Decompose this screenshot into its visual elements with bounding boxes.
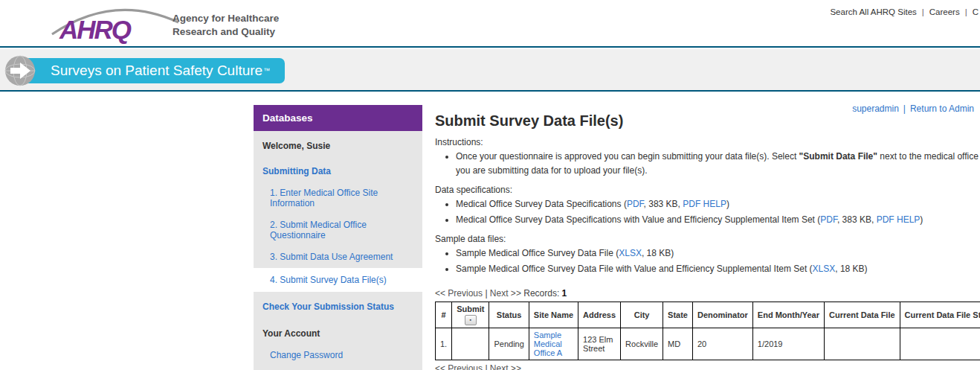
sops-banner: Surveys on Patient Safety Culture™ <box>22 58 285 83</box>
sidebar-item-submit-questionnaire[interactable]: 2. Submit Medical Office Questionnaire <box>254 214 422 246</box>
column-header-status: Status <box>489 302 529 328</box>
sample-data-files-list: Sample Medical Office Survey Data File (… <box>435 246 980 275</box>
main-content: Submit Survey Data File(s) Instructions:… <box>435 101 980 370</box>
sidebar: Databases Welcome, Susie Submitting Data… <box>254 105 422 370</box>
sidebar-item-submitting-data[interactable]: Submitting Data <box>254 161 422 182</box>
pagination-separator: | <box>485 288 487 299</box>
pagination-top: << Previous | Next >> Records: 1 <box>435 288 980 299</box>
instructions-item: Once your questionnaire is approved you … <box>456 150 980 177</box>
logo-text: AHRQ <box>59 15 130 45</box>
pagination-bottom: << Previous | Next >> <box>435 363 980 370</box>
cell-number: 1. <box>436 328 452 360</box>
previous-link[interactable]: << Previous <box>435 288 483 299</box>
submit-data-file-emphasis: "Submit Data File" <box>799 151 877 162</box>
cell-city: Rockville <box>621 328 663 360</box>
utility-links: Search All AHRQ Sites|Careers|C <box>830 7 979 16</box>
top-header: AHRQ Agency for Healthcare Research and … <box>0 0 980 48</box>
cell-current-data-file-status <box>900 328 980 360</box>
sidebar-item-submit-data-use-agreement[interactable]: 3. Submit Data Use Agreement <box>254 246 422 267</box>
cell-denominator: 20 <box>693 328 753 360</box>
cell-current-data-file <box>824 328 900 360</box>
pdf-help-link[interactable]: PDF HELP <box>877 214 921 225</box>
site-name-link[interactable]: Sample Medical Office A <box>534 331 562 357</box>
pagination-separator: | <box>485 363 487 370</box>
sort-icon: ▪ <box>470 317 471 322</box>
column-header-current-data-file-status: Current Data File Status <box>900 302 980 328</box>
next-link[interactable]: Next >> <box>490 363 521 370</box>
careers-link[interactable]: Careers <box>929 7 960 16</box>
sidebar-heading-your-account: Your Account <box>254 323 422 344</box>
table-row: 1. Pending Sample Medical Office A 123 E… <box>436 328 980 360</box>
agency-name-line2: Research and Quality <box>173 25 279 39</box>
xlsx-link[interactable]: XLSX <box>619 248 642 258</box>
column-header-submit: Submit ▪ <box>452 302 489 328</box>
utility-separator: | <box>922 7 924 16</box>
sidebar-item-check-submission-status[interactable]: Check Your Submission Status <box>254 296 422 317</box>
agency-name-line1: Agency for Healthcare <box>173 12 279 25</box>
records-count: 1 <box>562 288 567 299</box>
instructions-list: Once your questionnaire is approved you … <box>435 150 980 177</box>
pdf-link[interactable]: PDF <box>627 199 644 209</box>
data-spec-item: Medical Office Survey Data Specification… <box>456 197 980 211</box>
data-specifications-label: Data specifications: <box>435 185 980 195</box>
column-header-address: Address <box>578 302 621 328</box>
data-spec-item: Medical Office Survey Data Specification… <box>456 213 980 227</box>
data-specifications-list: Medical Office Survey Data Specification… <box>435 197 980 226</box>
page: AHRQ Agency for Healthcare Research and … <box>0 0 980 370</box>
sample-file-item: Sample Medical Office Survey Data File w… <box>456 262 980 276</box>
previous-link[interactable]: << Previous <box>435 363 483 370</box>
sidebar-item-enter-site-information[interactable]: 1. Enter Medical Office Site Information <box>254 182 422 214</box>
sidebar-item-submit-survey-data-files[interactable]: 4. Submit Survey Data File(s) <box>254 268 422 292</box>
pdf-help-link[interactable]: PDF HELP <box>683 199 726 209</box>
utility-separator: | <box>965 7 967 16</box>
pdf-link[interactable]: PDF <box>820 214 837 225</box>
column-header-site-name: Site Name <box>529 302 578 328</box>
cell-end-month-year: 1/2019 <box>752 328 824 360</box>
survey-data-table: # Submit ▪ Status Site Name Address City… <box>435 302 980 360</box>
cell-site-name: Sample Medical Office A <box>529 328 578 360</box>
page-title: Submit Survey Data File(s) <box>435 112 980 130</box>
column-header-end-month-year: End Month/Year <box>752 302 824 328</box>
column-header-city: City <box>621 302 663 328</box>
sample-data-files-label: Sample data files: <box>435 234 980 244</box>
sidebar-header-databases: Databases <box>254 105 422 131</box>
instructions-label: Instructions: <box>435 137 980 147</box>
utility-link-truncated[interactable]: C <box>973 7 979 16</box>
cell-submit <box>452 328 489 360</box>
cell-address: 123 Elm Street <box>578 328 621 360</box>
sample-file-item: Sample Medical Office Survey Data File (… <box>456 246 980 261</box>
banner-trademark: ™ <box>263 67 270 74</box>
ahrq-logo[interactable]: AHRQ <box>54 1 180 46</box>
globe-arrow-icon <box>4 55 36 86</box>
column-header-number: # <box>436 302 452 328</box>
banner-title: Surveys on Patient Safety Culture <box>51 63 262 79</box>
search-all-ahrq-sites-link[interactable]: Search All AHRQ Sites <box>830 7 916 16</box>
next-link[interactable]: Next >> <box>490 288 521 299</box>
submit-column-sort-button[interactable]: ▪ <box>465 315 477 325</box>
sidebar-item-edit-contact-information[interactable]: Edit Contact Information <box>254 366 422 370</box>
column-header-state: State <box>663 302 693 328</box>
xlsx-link[interactable]: XLSX <box>813 264 836 274</box>
cell-state: MD <box>663 328 693 360</box>
cell-status: Pending <box>489 328 529 360</box>
column-header-denominator: Denominator <box>693 302 753 328</box>
banner-strip: Surveys on Patient Safety Culture™ <box>0 49 980 92</box>
sidebar-welcome-text: Welcome, Susie <box>254 135 422 156</box>
table-header-row: # Submit ▪ Status Site Name Address City… <box>436 302 980 328</box>
sidebar-item-change-password[interactable]: Change Password <box>254 345 422 366</box>
column-header-current-data-file: Current Data File <box>824 302 900 328</box>
records-label: Records: <box>523 288 559 299</box>
agency-name: Agency for Healthcare Research and Quali… <box>173 12 279 38</box>
